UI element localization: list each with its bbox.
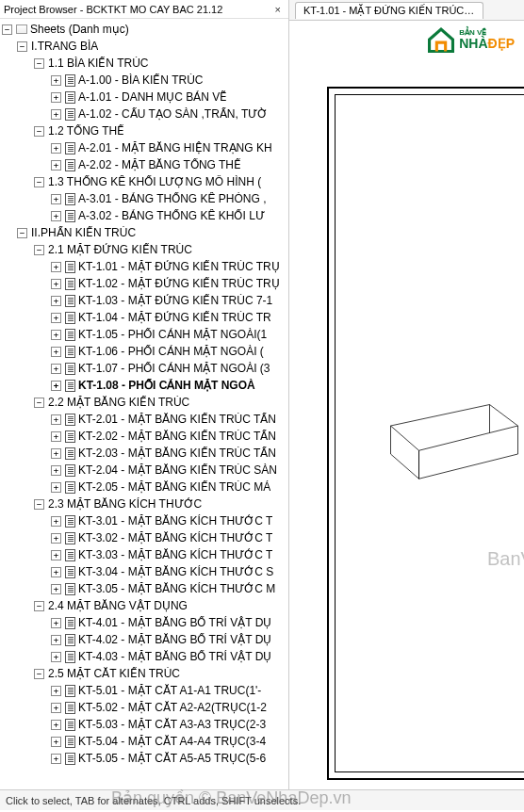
tree-node[interactable]: +KT-5.01 - MẶT CẮT A1-A1 TRUC(1'-: [0, 682, 288, 699]
folder-icon: [16, 24, 27, 34]
tree-node-label: KT-3.01 - MẶT BẰNG KÍCH THƯỚC T: [78, 514, 272, 528]
tree-node[interactable]: +KT-5.05 - MẶT CẮT A5-A5 TRỤC(5-6: [0, 750, 288, 767]
tree-node[interactable]: −1.2 TỔNG THỂ: [0, 122, 288, 139]
expand-icon[interactable]: +: [51, 465, 61, 476]
expand-icon[interactable]: +: [51, 347, 61, 357]
tree-node[interactable]: +KT-5.02 - MẶT CẮT A2-A2(TRỤC(1-2: [0, 699, 288, 716]
collapse-icon[interactable]: −: [34, 177, 44, 187]
tree-node[interactable]: −2.4 MẶT BẰNG VẬT DỤNG: [0, 597, 288, 614]
collapse-icon[interactable]: −: [17, 228, 27, 238]
tree-node[interactable]: −II.PHẦN KIẾN TRÚC: [0, 224, 288, 241]
collapse-icon[interactable]: −: [34, 58, 44, 69]
tree-node-label: KT-5.05 - MẶT CẮT A5-A5 TRỤC(5-6: [78, 752, 266, 765]
tree-node[interactable]: −2.3 MẶT BẰNG KÍCH THƯỚC: [0, 495, 288, 512]
tree-node[interactable]: +A-1.00 - BÌA KIẾN TRÚC: [0, 72, 288, 89]
expand-icon[interactable]: +: [51, 703, 61, 713]
expand-icon[interactable]: +: [51, 652, 61, 662]
tree-node[interactable]: +KT-5.03 - MẶT CẮT A3-A3 TRỤC(2-3: [0, 716, 288, 733]
expand-icon[interactable]: +: [51, 635, 61, 645]
tree-node[interactable]: −Sheets (Danh mục): [0, 21, 288, 38]
project-tree[interactable]: −Sheets (Danh mục)−I.TRANG BÌA−1.1 BÌA K…: [0, 19, 288, 769]
tree-node[interactable]: +KT-3.02 - MẶT BẰNG KÍCH THƯỚC T: [0, 529, 288, 546]
tree-node[interactable]: +KT-3.03 - MẶT BẰNG KÍCH THƯỚC T: [0, 546, 288, 563]
tree-node[interactable]: +KT-1.07 - PHỐI CẢNH MẶT NGOÀI (3: [0, 360, 288, 377]
tree-node[interactable]: +KT-3.04 - MẶT BẰNG KÍCH THƯỚC S: [0, 563, 288, 580]
tree-node[interactable]: +A-3.01 - BẢNG THỐNG KÊ PHÒNG ,: [0, 190, 288, 207]
tree-node[interactable]: +KT-2.02 - MẶT BẰNG KIẾN TRÚC TẦN: [0, 428, 288, 445]
tree-node[interactable]: +A-3.02 - BẢNG THỐNG KÊ KHỐI LƯ: [0, 207, 288, 224]
view-tab[interactable]: KT-1.01 - MẶT ĐỨNG KIẾN TRÚC T...: [295, 2, 483, 19]
sheet-icon: [65, 736, 75, 748]
tree-node[interactable]: +KT-1.04 - MẶT ĐỨNG KIẾN TRÚC TR: [0, 309, 288, 326]
panel-header: Project Browser - BCKTKT MO CAY BAC 21.1…: [0, 0, 288, 19]
expand-icon[interactable]: +: [51, 431, 61, 442]
expand-icon[interactable]: +: [51, 448, 61, 459]
expand-icon[interactable]: +: [51, 533, 61, 544]
collapse-icon[interactable]: −: [2, 24, 12, 35]
tree-node[interactable]: +KT-3.05 - MẶT BẰNG KÍCH THƯỚC M: [0, 580, 288, 597]
tree-node[interactable]: +KT-2.04 - MẶT BẰNG KIẾN TRÚC SÀN: [0, 462, 288, 479]
tree-node[interactable]: −I.TRANG BÌA: [0, 38, 288, 55]
sheet-icon: [65, 278, 75, 290]
tree-node[interactable]: +KT-1.08 - PHỐI CẢNH MẶT NGOÀ: [0, 377, 288, 394]
expand-icon[interactable]: +: [51, 550, 61, 560]
tree-node[interactable]: −2.2 MẶT BẰNG KIẾN TRÚC: [0, 394, 288, 411]
expand-icon[interactable]: +: [51, 686, 61, 696]
expand-icon[interactable]: +: [51, 296, 61, 306]
expand-icon[interactable]: +: [51, 618, 61, 628]
tree-node[interactable]: +KT-2.01 - MẶT BẰNG KIẾN TRÚC TẦN: [0, 411, 288, 428]
tree-node[interactable]: +KT-5.04 - MẶT CẮT A4-A4 TRỤC(3-4: [0, 733, 288, 750]
tree-node[interactable]: +KT-1.05 - PHỐI CẢNH MẶT NGOÀI(1: [0, 326, 288, 343]
expand-icon[interactable]: +: [51, 109, 61, 120]
tree-node[interactable]: +KT-1.02 - MẶT ĐỨNG KIẾN TRÚC TRỤ: [0, 275, 288, 292]
expand-icon[interactable]: +: [51, 720, 61, 730]
tree-node[interactable]: +KT-1.06 - PHỐI CẢNH MẶT NGOÀI (: [0, 343, 288, 360]
collapse-icon[interactable]: −: [34, 669, 44, 679]
expand-icon[interactable]: +: [51, 364, 61, 374]
collapse-icon[interactable]: −: [34, 245, 44, 255]
expand-icon[interactable]: +: [51, 262, 61, 272]
tree-node[interactable]: −1.1 BÌA KIẾN TRÚC: [0, 55, 288, 72]
collapse-icon[interactable]: −: [17, 41, 27, 52]
tree-node[interactable]: +A-2.02 - MẶT BẰNG TỔNG THỂ: [0, 156, 288, 173]
expand-icon[interactable]: +: [51, 75, 61, 86]
collapse-icon[interactable]: −: [34, 126, 44, 137]
collapse-icon[interactable]: −: [34, 499, 44, 510]
drawing-canvas[interactable]: BẢN VẼ NHÀĐẸP BanVeNhaD: [289, 21, 524, 789]
close-icon[interactable]: ×: [271, 4, 285, 15]
tree-node-label: 2.2 MẶT BẰNG KIẾN TRÚC: [48, 396, 189, 409]
tree-node[interactable]: −2.5 MẶT CẮT KIẾN TRÚC: [0, 665, 288, 682]
tree-node[interactable]: +KT-1.03 - MẶT ĐỨNG KIẾN TRÚC 7-1: [0, 292, 288, 309]
expand-icon[interactable]: +: [51, 482, 61, 493]
expand-icon[interactable]: +: [51, 584, 61, 594]
tree-node[interactable]: +A-2.01 - MẶT BẰNG HIỆN TRẠNG KH: [0, 139, 288, 156]
expand-icon[interactable]: +: [51, 279, 61, 289]
tree-node[interactable]: +KT-1.01 - MẶT ĐỨNG KIẾN TRÚC TRỤ: [0, 258, 288, 275]
expand-icon[interactable]: +: [51, 313, 61, 323]
tree-node[interactable]: −2.1 MẶT ĐỨNG KIẾN TRÚC: [0, 241, 288, 258]
tree-node[interactable]: +KT-4.01 - MẶT BẰNG BỐ TRÍ VẬT DỤ: [0, 614, 288, 631]
tree-node[interactable]: +KT-4.02 - MẶT BẰNG BỐ TRÍ VẬT DỤ: [0, 631, 288, 648]
tree-node[interactable]: +A-1.01 - DANH MỤC BẢN VẼ: [0, 89, 288, 106]
tree-node[interactable]: +KT-4.03 - MẶT BẰNG BỐ TRÍ VẬT DỤ: [0, 648, 288, 665]
expand-icon[interactable]: +: [51, 330, 61, 340]
expand-icon[interactable]: +: [51, 92, 61, 103]
collapse-icon[interactable]: −: [34, 601, 44, 611]
expand-icon[interactable]: +: [51, 754, 61, 764]
svg-marker-0: [391, 405, 518, 451]
expand-icon[interactable]: +: [51, 381, 61, 391]
tree-node[interactable]: +KT-3.01 - MẶT BẰNG KÍCH THƯỚC T: [0, 512, 288, 529]
expand-icon[interactable]: +: [51, 737, 61, 747]
tree-node[interactable]: +KT-2.05 - MẶT BẰNG KIẾN TRÚC MÁ: [0, 479, 288, 495]
expand-icon[interactable]: +: [51, 516, 61, 527]
expand-icon[interactable]: +: [51, 211, 61, 221]
expand-icon[interactable]: +: [51, 567, 61, 577]
expand-icon[interactable]: +: [51, 160, 61, 171]
tree-node[interactable]: +A-1.02 - CẤU TẠO SÀN ,TRẦN, TƯỜ: [0, 106, 288, 122]
expand-icon[interactable]: +: [51, 194, 61, 204]
collapse-icon[interactable]: −: [34, 398, 44, 408]
tree-node[interactable]: +KT-2.03 - MẶT BẰNG KIẾN TRÚC TẦN: [0, 445, 288, 462]
expand-icon[interactable]: +: [51, 143, 61, 154]
tree-node[interactable]: −1.3 THỐNG KÊ KHỐI LƯỢNG MÔ HÌNH (: [0, 173, 288, 190]
expand-icon[interactable]: +: [51, 414, 61, 425]
